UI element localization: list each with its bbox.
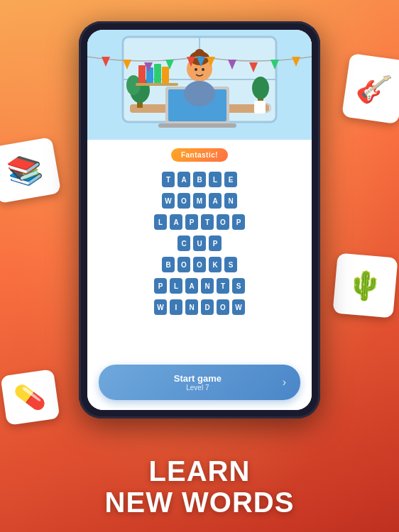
word-list-container: Fantastic! TABLEWOMANLAPTOPCUPBOOKSPLANT… bbox=[87, 140, 312, 358]
word-letter: A bbox=[185, 278, 198, 294]
word-letter: O bbox=[177, 257, 190, 272]
svg-point-12 bbox=[195, 68, 197, 71]
start-button-content: Start game Level 7 bbox=[113, 373, 283, 392]
start-button-title: Start game bbox=[113, 373, 283, 384]
word-letter: T bbox=[217, 278, 229, 294]
arrow-icon: › bbox=[283, 376, 286, 389]
word-letter: L bbox=[154, 214, 167, 230]
word-letter: N bbox=[185, 299, 198, 315]
word-item: WOMAN bbox=[162, 193, 237, 209]
svg-point-11 bbox=[195, 49, 204, 59]
word-letter: W bbox=[154, 299, 167, 315]
word-letter: A bbox=[209, 193, 222, 209]
word-letter: T bbox=[162, 172, 175, 187]
word-letter: A bbox=[170, 214, 182, 230]
word-letter: S bbox=[232, 278, 245, 294]
word-letter: T bbox=[201, 214, 214, 230]
svg-rect-22 bbox=[154, 64, 161, 83]
tablet-frame: Fantastic! TABLEWOMANLAPTOPCUPBOOKSPLANT… bbox=[79, 21, 320, 419]
word-letter: K bbox=[209, 257, 222, 272]
word-letter: P bbox=[185, 214, 198, 230]
word-letter: U bbox=[193, 235, 206, 251]
svg-rect-23 bbox=[162, 67, 169, 83]
word-letter: I bbox=[170, 299, 182, 315]
svg-point-14 bbox=[184, 81, 215, 106]
word-item: TABLE bbox=[162, 172, 237, 187]
game-image bbox=[87, 30, 312, 140]
start-button-subtitle: Level 7 bbox=[113, 384, 283, 392]
start-button-container: Start game Level 7 › bbox=[87, 358, 312, 410]
fantastic-badge: Fantastic! bbox=[171, 148, 228, 162]
word-item: WINDOW bbox=[154, 299, 245, 315]
svg-rect-24 bbox=[254, 101, 266, 113]
svg-point-13 bbox=[202, 68, 204, 71]
svg-rect-20 bbox=[138, 65, 146, 83]
word-letter: O bbox=[193, 257, 206, 272]
svg-rect-21 bbox=[146, 67, 153, 83]
word-letter: N bbox=[201, 278, 214, 294]
word-letter: W bbox=[162, 193, 175, 209]
word-item: CUP bbox=[177, 235, 222, 251]
word-letter: O bbox=[217, 299, 229, 315]
word-letter: S bbox=[224, 257, 237, 272]
word-item: PLANTS bbox=[154, 278, 245, 294]
word-letter: A bbox=[177, 172, 190, 187]
svg-rect-8 bbox=[158, 123, 236, 128]
svg-rect-25 bbox=[136, 83, 178, 86]
word-letter: B bbox=[162, 257, 175, 272]
word-letter: D bbox=[201, 299, 214, 315]
word-list: TABLEWOMANLAPTOPCUPBOOKSPLANTSWINDOW bbox=[102, 172, 297, 315]
start-game-button[interactable]: Start game Level 7 › bbox=[99, 365, 300, 400]
word-letter: O bbox=[177, 193, 190, 209]
word-letter: M bbox=[193, 193, 206, 209]
sticker-cactus: 🌵 bbox=[332, 253, 398, 318]
bottom-text-container: LEARN NEW WORDS bbox=[105, 455, 295, 518]
word-letter: N bbox=[224, 193, 237, 209]
sticker-pills: 💊 bbox=[0, 369, 60, 426]
word-letter: O bbox=[217, 214, 229, 230]
bottom-title-line2: NEW WORDS bbox=[105, 487, 295, 518]
word-letter: L bbox=[170, 278, 182, 294]
word-letter: P bbox=[154, 278, 167, 294]
word-letter: L bbox=[209, 172, 222, 187]
sticker-guitar: 🎸 bbox=[341, 53, 399, 124]
word-letter: P bbox=[232, 214, 245, 230]
word-item: BOOKS bbox=[162, 257, 237, 272]
word-letter: E bbox=[224, 172, 237, 187]
svg-point-19 bbox=[252, 77, 269, 99]
word-letter: C bbox=[177, 235, 190, 251]
tablet-screen: Fantastic! TABLEWOMANLAPTOPCUPBOOKSPLANT… bbox=[87, 30, 312, 410]
sticker-book: 📚 bbox=[0, 137, 61, 204]
word-letter: B bbox=[193, 172, 206, 187]
word-letter: P bbox=[209, 235, 222, 251]
word-item: LAPTOP bbox=[154, 214, 245, 230]
word-letter: W bbox=[232, 299, 245, 315]
bottom-title-line1: LEARN bbox=[105, 455, 295, 487]
